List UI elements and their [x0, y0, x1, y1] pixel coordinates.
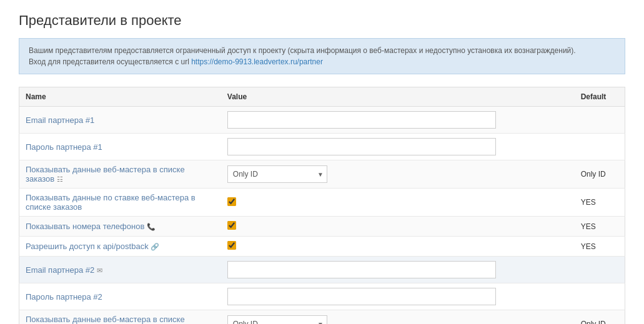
input-password1[interactable] — [227, 138, 496, 155]
table-row: Email партнера #1 — [19, 107, 625, 134]
row-name-show_phones1: Показывать номера телефонов 📞 — [19, 217, 221, 237]
row-default-show_webmaster1: Only ID — [575, 160, 625, 189]
table-header-row: Name Value Default — [19, 87, 625, 107]
table-row: Пароль партнера #1 — [19, 134, 625, 160]
row-value-show_phones1 — [221, 217, 575, 237]
row-default-allow_postback1: YES — [575, 237, 625, 257]
row-name-allow_postback1: Разрешить доступ к api/postback 🔗 — [19, 237, 221, 257]
row-label-text: Пароль партнера #2 — [26, 292, 102, 302]
row-label-text: Показывать данные веб-мастера в списке з… — [26, 165, 185, 184]
row-default-password1 — [575, 134, 625, 160]
info-link[interactable]: https://demo-9913.leadvertex.ru/partner — [191, 57, 323, 66]
info-line2-text: Вход для представителя осуществляется с … — [29, 57, 191, 66]
row-name-show_webmaster2: Показывать данные веб-мастера в списке з… — [19, 310, 221, 325]
row-default-show_rate1: YES — [575, 189, 625, 217]
row-label-text: Email партнера #2 — [26, 265, 94, 275]
list-icon: ☷ — [57, 175, 63, 183]
row-label-text: Показывать данные по ставке веб-мастера … — [26, 193, 196, 212]
table-row: Показывать номера телефонов 📞YES — [19, 217, 625, 237]
col-header-value: Value — [221, 87, 575, 107]
col-header-default: Default — [575, 87, 625, 107]
input-email2[interactable] — [227, 261, 496, 278]
table-row: Email партнера #2 ✉ — [19, 257, 625, 283]
row-label-text: Email партнера #1 — [26, 115, 94, 125]
row-value-allow_postback1 — [221, 237, 575, 257]
row-value-password2[interactable] — [221, 283, 575, 310]
row-name-show_rate1: Показывать данные по ставке веб-мастера … — [19, 189, 221, 217]
settings-table: Name Value Default Email партнера #1Паро… — [19, 87, 625, 324]
row-name-email2: Email партнера #2 ✉ — [19, 257, 221, 283]
row-name-show_webmaster1: Показывать данные веб-мастера в списке з… — [19, 160, 221, 189]
row-default-show_phones1: YES — [575, 217, 625, 237]
row-value-email2[interactable] — [221, 257, 575, 283]
table-row: Пароль партнера #2 — [19, 283, 625, 310]
table-row: Разрешить доступ к api/postback 🔗YES — [19, 237, 625, 257]
row-label-text: Показывать данные веб-мастера в списке з… — [26, 315, 185, 324]
table-row: Показывать данные веб-мастера в списке з… — [19, 160, 625, 189]
input-email1[interactable] — [227, 111, 496, 129]
checkbox-allow_postback1[interactable] — [227, 241, 236, 250]
checkbox-show_rate1[interactable] — [227, 197, 236, 206]
row-default-password2 — [575, 283, 625, 310]
row-value-email1[interactable] — [221, 107, 575, 134]
email-icon: ✉ — [97, 267, 102, 274]
api-icon: 🔗 — [151, 243, 159, 250]
row-name-password2: Пароль партнера #2 — [19, 283, 221, 310]
checkbox-show_phones1[interactable] — [227, 221, 236, 230]
table-row: Показывать данные веб-мастера в списке з… — [19, 310, 625, 325]
select-show_webmaster2[interactable]: Only IDOnly [FullNo — [227, 315, 327, 324]
input-password2[interactable] — [227, 288, 496, 305]
row-name-password1: Пароль партнера #1 — [19, 134, 221, 160]
phone-icon: 📞 — [147, 223, 156, 230]
col-header-name: Name — [19, 87, 221, 107]
row-name-email1: Email партнера #1 — [19, 107, 221, 134]
info-box: Вашим представителям предоставляется огр… — [19, 38, 625, 74]
info-line1: Вашим представителям предоставляется огр… — [29, 45, 615, 56]
row-value-show_rate1 — [221, 189, 575, 217]
row-default-show_webmaster2: Only ID — [575, 310, 625, 325]
row-label-text: Разрешить доступ к api/postback — [26, 242, 149, 251]
row-label-text: Пароль партнера #1 — [26, 142, 102, 152]
row-value-show_webmaster1: Only IDOnly [FullNo▼ — [221, 160, 575, 189]
table-row: Показывать данные по ставке веб-мастера … — [19, 189, 625, 217]
row-default-email1 — [575, 107, 625, 134]
row-default-email2 — [575, 257, 625, 283]
page-title: Представители в проекте — [19, 12, 625, 29]
row-value-show_webmaster2: Only IDOnly [FullNo▼ — [221, 310, 575, 325]
select-show_webmaster1[interactable]: Only IDOnly [FullNo — [227, 165, 327, 183]
info-line2-wrapper: Вход для представителя осуществляется с … — [29, 56, 615, 67]
row-label-text: Показывать номера телефонов — [26, 222, 144, 231]
row-value-password1[interactable] — [221, 134, 575, 160]
